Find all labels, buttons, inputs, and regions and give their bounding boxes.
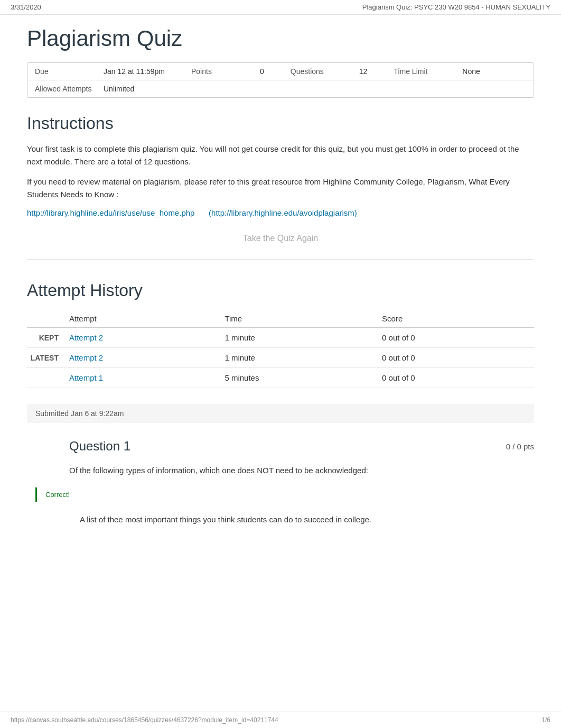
attempt-row-link-0[interactable]: Attempt 2 [69, 328, 225, 348]
question-header-1: Question 1 0 / 0 pts [27, 439, 534, 454]
correct-label-1: Correct! [35, 487, 70, 502]
attempt-row-0: KEPT Attempt 2 1 minute 0 out of 0 [27, 328, 534, 348]
take-quiz-button[interactable]: Take the Quiz Again [243, 234, 318, 243]
instructions-section: Instructions Your first task is to compl… [27, 114, 534, 218]
attempt-row-2: Attempt 1 5 minutes 0 out of 0 [27, 368, 534, 388]
attempt-row-time-1: 1 minute [225, 348, 382, 368]
col-attempt-header: Attempt [69, 310, 225, 328]
attempt-row-score-1: 0 out of 0 [382, 348, 534, 368]
section-divider [27, 259, 534, 260]
attempt-table: Attempt Time Score KEPT Attempt 2 1 minu… [27, 310, 534, 388]
attempt-row-link-1[interactable]: Attempt 2 [69, 348, 225, 368]
quiz-meta-row-2: Allowed Attempts Unlimited [27, 80, 534, 97]
take-quiz-container: Take the Quiz Again [27, 234, 534, 243]
instructions-title: Instructions [27, 114, 534, 133]
due-label: Due [35, 67, 104, 76]
attempts-value: Unlimited [104, 85, 134, 93]
attempt-row-time-0: 1 minute [225, 328, 382, 348]
col-label-header [27, 310, 69, 328]
question-title-1: Question 1 [69, 439, 130, 454]
due-value: Jan 12 at 11:59pm [104, 67, 165, 76]
questions-label: Questions [291, 67, 359, 76]
top-bar-title: Plagiarism Quiz: PSYC 230 W20 9854 - HUM… [362, 3, 550, 11]
attempt-row-label-1: LATEST [27, 348, 69, 368]
submitted-info: Submitted Jan 6 at 9:22am [27, 404, 534, 423]
time-limit-value: None [462, 67, 480, 76]
submitted-info-text: Submitted Jan 6 at 9:22am [35, 409, 124, 418]
attempt-row-time-2: 5 minutes [225, 368, 382, 388]
quiz-meta-row-1: Due Jan 12 at 11:59pm Points 0 Questions… [27, 63, 534, 80]
points-label: Points [191, 67, 260, 76]
col-time-header: Time [225, 310, 382, 328]
attempt-row-score-2: 0 out of 0 [382, 368, 534, 388]
points-value: 0 [260, 67, 264, 76]
link2[interactable]: (http://library.highline.edu/avoidplagia… [209, 208, 357, 217]
answer-option-1: A list of thee most important things you… [27, 513, 534, 526]
col-score-header: Score [382, 310, 534, 328]
link1[interactable]: http://library.highline.edu/iris/use/use… [27, 208, 194, 217]
attempt-history-section: Attempt History Attempt Time Score KEPT … [27, 281, 534, 388]
questions-value: 12 [359, 67, 368, 76]
page-title: Plagiarism Quiz [27, 25, 534, 52]
question-text-1: Of the following types of information, w… [69, 464, 534, 477]
time-limit-label: Time Limit [394, 67, 462, 76]
top-bar-date: 3/31/2020 [11, 3, 41, 11]
instructions-para2: If you need to review material on plagia… [27, 176, 534, 201]
top-bar: 3/31/2020 Plagiarism Quiz: PSYC 230 W20 … [0, 0, 561, 15]
attempt-row-score-0: 0 out of 0 [382, 328, 534, 348]
question-block-1: Question 1 0 / 0 pts Of the following ty… [27, 439, 534, 526]
attempt-row-1: LATEST Attempt 2 1 minute 0 out of 0 [27, 348, 534, 368]
quiz-meta-table: Due Jan 12 at 11:59pm Points 0 Questions… [27, 62, 534, 98]
question-pts-1: 0 / 0 pts [506, 442, 534, 451]
attempt-history-title: Attempt History [27, 281, 534, 300]
attempt-row-label-2 [27, 368, 69, 388]
instructions-para1: Your first task is to complete this plag… [27, 143, 534, 168]
main-content: Plagiarism Quiz Due Jan 12 at 11:59pm Po… [11, 15, 550, 579]
question-body-1: Of the following types of information, w… [27, 464, 534, 477]
attempts-label: Allowed Attempts [35, 85, 104, 93]
attempt-row-label-0: KEPT [27, 328, 69, 348]
attempt-row-link-2[interactable]: Attempt 1 [69, 368, 225, 388]
